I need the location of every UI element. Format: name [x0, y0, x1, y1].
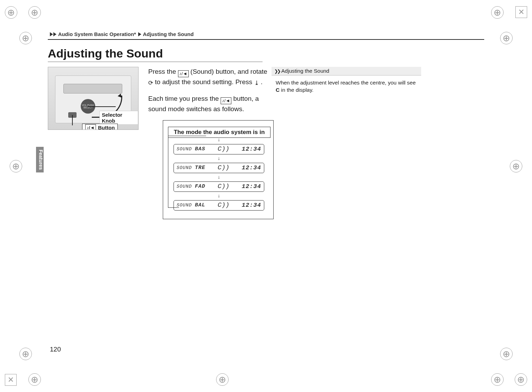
print-mark-icon	[10, 160, 22, 172]
sound-button-icon: ♪/◄	[178, 70, 189, 77]
print-cross-icon	[515, 6, 527, 18]
print-mark-icon	[19, 32, 32, 44]
lcd-row: SOUND FAD C)) 12:34	[174, 181, 264, 192]
callout-line	[88, 106, 116, 107]
breadcrumb-part: Adjusting the Sound	[143, 31, 194, 37]
triangle-icon	[53, 32, 56, 36]
print-mark-icon	[510, 160, 522, 172]
breadcrumb: Audio System Basic Operation* Adjusting …	[50, 31, 484, 37]
callout-line	[72, 115, 73, 125]
sound-button-icon: ♪/◄	[221, 97, 231, 104]
print-mark-icon	[5, 6, 17, 19]
lcd-row: SOUND TRE C)) 12:34	[174, 163, 264, 173]
triangle-icon	[138, 32, 141, 36]
flow-line	[168, 136, 206, 136]
annotation-body: When the adjustment level reaches the ce…	[272, 75, 421, 94]
audio-screen-graphic	[63, 84, 122, 93]
arrow-down-icon	[174, 194, 264, 198]
section-tab: Features	[36, 147, 44, 172]
print-cross-icon	[5, 374, 17, 386]
annotation-box: Adjusting the Sound When the adjustment …	[272, 67, 421, 94]
lcd-row: SOUND BAS C)) 12:34	[174, 144, 264, 154]
callout-selector-knob: Selector Knob	[99, 111, 138, 125]
mode-flow-diagram: The mode the audio system is in SOUND BA…	[163, 120, 274, 220]
flow-line	[168, 136, 168, 208]
audio-unit-figure: VOL PUSH SELECT Selector Knob ♪/◄ Button	[48, 67, 139, 130]
body-text: Press the ♪/◄ (Sound) button, and rotate…	[148, 67, 267, 220]
divider	[48, 39, 484, 40]
print-mark-icon	[500, 32, 513, 44]
section-tab-label: Features	[38, 150, 44, 170]
print-mark-icon	[491, 6, 504, 19]
breadcrumb-part: Audio System Basic Operation*	[58, 31, 136, 37]
callout-sound-button: ♪/◄ Button	[82, 124, 118, 130]
lcd-row: SOUND BAL C)) 12:34	[174, 200, 264, 211]
page-number: 120	[50, 346, 61, 353]
print-mark-icon	[216, 373, 229, 386]
chevron-icon	[274, 68, 281, 74]
page-title: Adjusting the Sound	[48, 47, 484, 60]
annotation-title: Adjusting the Sound	[272, 67, 421, 75]
arrow-down-icon	[174, 157, 264, 161]
divider	[48, 62, 263, 62]
print-mark-icon	[515, 373, 527, 386]
callout-button-text: Button	[98, 125, 115, 130]
print-mark-icon	[28, 6, 41, 19]
triangle-icon	[50, 32, 53, 36]
flow-start-node: The mode the audio system is in	[168, 127, 271, 138]
push-icon: ⤓	[254, 79, 259, 88]
rotate-icon: ⟳	[148, 79, 153, 88]
print-mark-icon	[28, 373, 41, 386]
print-mark-icon	[500, 348, 513, 360]
arrow-down-icon	[174, 175, 264, 179]
print-mark-icon	[491, 373, 504, 386]
print-mark-icon	[19, 348, 32, 360]
arrow-down-icon	[174, 138, 264, 142]
sound-button-icon: ♪/◄	[85, 124, 96, 130]
flow-line	[168, 207, 179, 208]
